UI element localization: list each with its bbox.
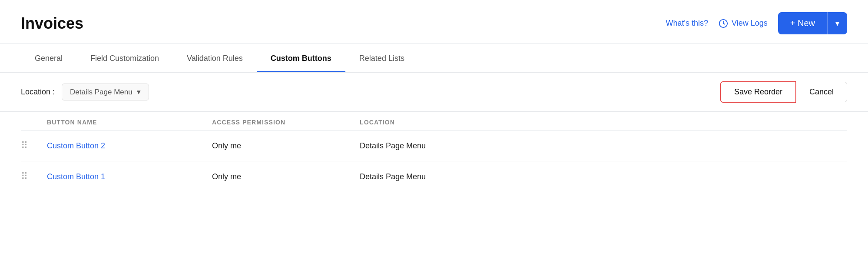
col-header-button-name: BUTTON NAME: [47, 119, 212, 126]
location-value-2: Details Page Menu: [360, 172, 847, 181]
toolbar-buttons: Save Reorder Cancel: [720, 81, 847, 103]
drag-handle-2[interactable]: ⠿: [21, 171, 47, 182]
col-header-location: LOCATION: [360, 119, 847, 126]
col-header-drag: [21, 119, 47, 126]
tab-field-customization[interactable]: Field Customization: [76, 44, 173, 72]
location-label: Location :: [21, 87, 55, 97]
view-logs-label: View Logs: [732, 19, 768, 28]
new-button[interactable]: + New: [778, 12, 827, 34]
logs-icon: [719, 19, 728, 28]
access-permission-2: Only me: [212, 172, 360, 181]
header-actions: What's this? View Logs + New ▾: [666, 12, 847, 34]
location-value-1: Details Page Menu: [360, 141, 847, 151]
page-title: Invoices: [21, 14, 83, 33]
tab-validation-rules[interactable]: Validation Rules: [173, 44, 257, 72]
new-button-group: + New ▾: [778, 12, 847, 34]
table-header: BUTTON NAME ACCESS PERMISSION LOCATION: [21, 112, 847, 130]
toolbar: Location : Details Page Menu ▾ Save Reor…: [0, 73, 868, 112]
table-row: ⠿ Custom Button 1 Only me Details Page M…: [21, 161, 847, 192]
location-value: Details Page Menu: [70, 88, 133, 97]
chevron-down-icon: ▾: [835, 19, 839, 28]
chevron-down-icon: ▾: [137, 87, 141, 97]
drag-handle-1[interactable]: ⠿: [21, 140, 47, 151]
location-dropdown[interactable]: Details Page Menu ▾: [62, 84, 149, 100]
cancel-button[interactable]: Cancel: [796, 82, 847, 102]
whats-this-link[interactable]: What's this?: [666, 19, 708, 28]
table-row: ⠿ Custom Button 2 Only me Details Page M…: [21, 130, 847, 161]
view-logs-button[interactable]: View Logs: [719, 19, 768, 28]
new-button-dropdown[interactable]: ▾: [827, 12, 847, 34]
tabs-bar: General Field Customization Validation R…: [0, 44, 868, 73]
location-section: Location : Details Page Menu ▾: [21, 84, 149, 100]
button-name-link-2[interactable]: Custom Button 1: [47, 172, 212, 181]
table-area: BUTTON NAME ACCESS PERMISSION LOCATION ⠿…: [0, 112, 868, 192]
save-reorder-button[interactable]: Save Reorder: [720, 81, 796, 103]
tab-general[interactable]: General: [21, 44, 76, 72]
page-header: Invoices What's this? View Logs + New ▾: [0, 0, 868, 44]
button-name-link-1[interactable]: Custom Button 2: [47, 141, 212, 151]
tab-related-lists[interactable]: Related Lists: [345, 44, 418, 72]
access-permission-1: Only me: [212, 141, 360, 151]
tab-custom-buttons[interactable]: Custom Buttons: [257, 44, 345, 72]
col-header-access-permission: ACCESS PERMISSION: [212, 119, 360, 126]
